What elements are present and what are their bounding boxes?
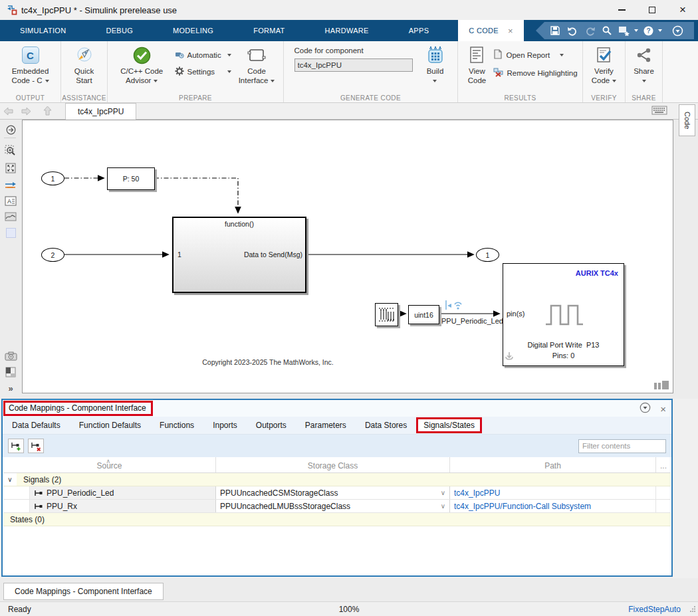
redo-icon[interactable] xyxy=(582,24,597,37)
path-link[interactable]: tc4x_IpcPPU/Function-Call Subsystem xyxy=(454,502,591,511)
fit-to-view-icon[interactable] xyxy=(3,161,19,175)
column-header-path[interactable]: Path xyxy=(450,457,656,472)
signal-lines-icon[interactable] xyxy=(3,178,19,193)
help-dropdown-caret[interactable] xyxy=(658,29,662,32)
automatic-dropdown[interactable]: Automatic xyxy=(175,48,232,62)
path-link[interactable]: tc4x_IpcPPU xyxy=(454,488,500,498)
data-type-conversion-block[interactable]: uint16 xyxy=(408,305,439,324)
help-icon[interactable]: ? xyxy=(641,24,655,37)
annotation-icon[interactable]: A xyxy=(3,193,19,208)
zoom-region-icon[interactable] xyxy=(3,144,19,158)
dropdown-caret xyxy=(642,80,646,82)
undo-icon[interactable] xyxy=(565,24,580,37)
tab-debug[interactable]: DEBUG xyxy=(86,20,153,41)
maximize-button[interactable] xyxy=(637,0,667,20)
signals-group-row[interactable]: ∨ Signals (2) xyxy=(3,473,671,486)
column-header-source[interactable]: ∧Source xyxy=(3,457,216,472)
more-tools-icon[interactable]: » xyxy=(3,381,19,395)
aurix-digital-port-write-block[interactable]: AURIX TC4x pin(s) Digital Port Write P13… xyxy=(503,263,624,366)
search-icon[interactable] xyxy=(600,24,614,37)
code-interface-button[interactable]: CodeInterface xyxy=(234,44,279,85)
screenshot-favorite-icon[interactable] xyxy=(617,24,632,37)
tab-inports[interactable]: Inports xyxy=(203,417,247,433)
code-side-tab[interactable]: Code xyxy=(679,104,695,136)
tab-outports[interactable]: Outports xyxy=(247,417,296,433)
source-cell[interactable]: PPU_Periodic_Led xyxy=(30,486,216,499)
automatic-icon xyxy=(175,51,184,60)
results-column: Open Report Remove Highlighting xyxy=(493,44,577,80)
back-icon[interactable] xyxy=(0,107,17,116)
image-icon[interactable] xyxy=(3,209,19,224)
tab-c-code-active[interactable]: C CODE × xyxy=(458,20,524,41)
embedded-code-button[interactable]: C Embedded Code - C xyxy=(4,44,57,85)
tab-close-icon[interactable]: × xyxy=(508,26,513,36)
tab-hardware[interactable]: HARDWARE xyxy=(305,20,389,41)
code-advisor-button[interactable]: C/C++ CodeAdvisor xyxy=(112,44,172,85)
code-mappings-dock-tab[interactable]: Code Mappings - Component Interface xyxy=(3,583,164,600)
forward-icon[interactable] xyxy=(17,107,35,116)
tab-signals-states-annotated[interactable]: Signals/States xyxy=(416,417,482,433)
tab-data-stores[interactable]: Data Stores xyxy=(356,417,416,433)
tab-modeling[interactable]: MODELING xyxy=(153,20,233,41)
collapse-chevron-icon[interactable]: ∨ xyxy=(3,473,17,486)
up-to-parent-icon[interactable] xyxy=(39,106,56,116)
share-button[interactable]: Share xyxy=(630,44,658,85)
filter-contents-input[interactable] xyxy=(578,439,666,453)
minimize-toolstrip-icon[interactable] xyxy=(670,24,685,37)
panel-minimize-icon[interactable] xyxy=(640,402,651,416)
tab-parameters[interactable]: Parameters xyxy=(296,417,356,433)
model-canvas[interactable]: 1 2 P: 50 function() 1 Data to Send(Msg)… xyxy=(22,120,673,393)
hide-browser-icon[interactable] xyxy=(3,122,19,137)
source-cell[interactable]: PPU_Rx xyxy=(30,500,216,512)
dropdown-caret xyxy=(612,80,616,82)
table-row[interactable]: PPU_Rx PPUUncachedLMUBssStorageClass ∨ t… xyxy=(3,500,671,513)
build-icon xyxy=(426,45,445,65)
tab-functions[interactable]: Functions xyxy=(150,417,203,433)
table-row[interactable]: PPU_Periodic_Led PPUUncachedCSMStorageCl… xyxy=(3,486,671,500)
add-signal-button[interactable] xyxy=(8,439,24,453)
screenshot-camera-icon[interactable] xyxy=(3,349,19,363)
screenshot-dropdown-caret[interactable] xyxy=(634,29,638,32)
keyboard-shortcuts-icon[interactable] xyxy=(651,106,667,118)
panel-close-icon[interactable]: × xyxy=(660,403,666,415)
states-group-row[interactable]: States (0) xyxy=(3,513,671,526)
tab-data-defaults[interactable]: Data Defaults xyxy=(3,417,70,433)
area-icon[interactable] xyxy=(3,225,19,240)
build-button[interactable]: Build xyxy=(418,44,453,85)
column-header-storage-class[interactable]: Storage Class xyxy=(216,457,450,472)
view-code-button[interactable]: ViewCode xyxy=(463,44,491,85)
status-bar: Ready 100% FixedStepAuto xyxy=(0,601,698,616)
function-call-subsystem-block[interactable]: function() 1 Data to Send(Msg) xyxy=(172,217,306,293)
simulink-model-icon xyxy=(7,5,17,18)
column-header-more[interactable]: ... xyxy=(656,457,671,472)
resize-grip[interactable] xyxy=(689,605,696,614)
settings-dropdown[interactable]: Settings xyxy=(175,64,232,78)
panel-title-annotated: Code Mappings - Component Interface xyxy=(3,401,153,416)
signal-editor-block[interactable] xyxy=(375,303,398,326)
inport-1-block[interactable]: 1 xyxy=(41,171,64,185)
model-breadcrumb-tab[interactable]: tc4x_IpcPPU xyxy=(65,103,136,120)
viewmarks-icon[interactable] xyxy=(3,365,19,379)
storage-class-dropdown[interactable]: PPUUncachedLMUBssStorageClass ∨ xyxy=(216,500,450,512)
verify-code-button[interactable]: VerifyCode xyxy=(587,44,621,85)
remove-highlighting-icon xyxy=(493,68,503,78)
tab-simulation[interactable]: SIMULATION xyxy=(0,20,86,41)
close-button[interactable]: × xyxy=(667,0,698,20)
tab-format[interactable]: FORMAT xyxy=(233,20,304,41)
component-name-input[interactable] xyxy=(294,58,413,72)
inport-2-block[interactable]: 2 xyxy=(41,248,64,262)
open-report-dropdown[interactable]: Open Report xyxy=(493,48,577,62)
parameter-block[interactable]: P: 50 xyxy=(107,167,155,190)
minimize-button[interactable] xyxy=(606,0,637,20)
remove-highlighting-button[interactable]: Remove Highlighting xyxy=(493,66,577,80)
quick-start-button[interactable]: QuickStart xyxy=(65,44,103,85)
outport-1-block[interactable]: 1 xyxy=(476,248,499,262)
signal-name-label[interactable]: PPU_Periodic_Led xyxy=(441,317,503,325)
tab-function-defaults[interactable]: Function Defaults xyxy=(70,417,150,433)
tab-apps[interactable]: APPS xyxy=(389,20,449,41)
signal-editor-icon xyxy=(378,306,396,324)
storage-class-dropdown[interactable]: PPUUncachedCSMStorageClass ∨ xyxy=(216,486,450,499)
save-icon[interactable] xyxy=(548,24,562,37)
signal-logging-badge xyxy=(445,300,463,313)
remove-signal-button[interactable] xyxy=(28,439,44,453)
